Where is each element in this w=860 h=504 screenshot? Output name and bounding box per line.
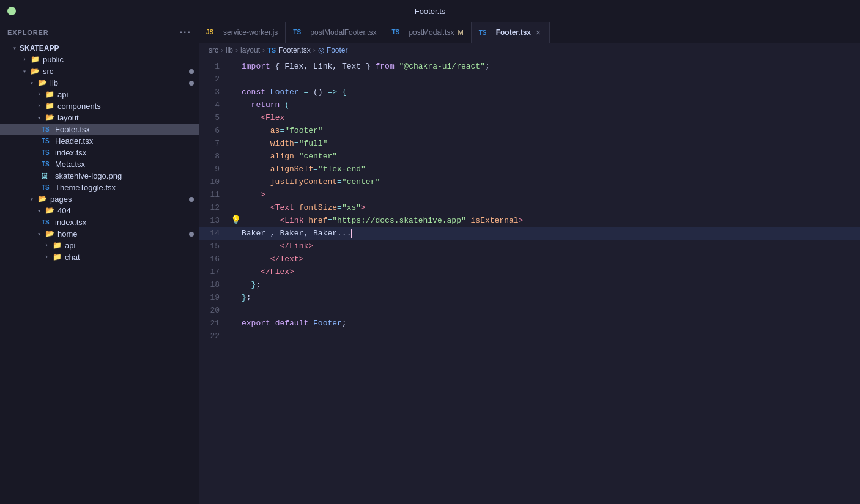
sidebar-item-logo[interactable]: 🖼 skatehive-logo.png bbox=[0, 170, 199, 182]
chevron-right-icon: › bbox=[34, 103, 44, 109]
sidebar-item-header[interactable]: TS Header.tsx bbox=[0, 135, 199, 147]
line-content-13: <Link href="https://docs.skatehive.app" … bbox=[242, 214, 860, 227]
code-editor[interactable]: 1 import { Flex, Link, Text } from "@cha… bbox=[199, 57, 860, 504]
chevron-down-icon: ▾ bbox=[34, 207, 44, 215]
sidebar-item-meta[interactable]: TS Meta.tsx bbox=[0, 158, 199, 170]
folder-open-icon: 📂 bbox=[44, 229, 55, 239]
line-num-12: 12 bbox=[199, 201, 229, 214]
sidebar-item-footer[interactable]: TS Footer.tsx bbox=[0, 124, 199, 135]
breadcrumb-footer: Footer bbox=[327, 46, 348, 54]
tab-footer[interactable]: TS Footer.tsx × bbox=[472, 22, 550, 43]
line-num-13: 13 bbox=[199, 214, 229, 227]
line-num-8: 8 bbox=[199, 150, 229, 163]
code-line-12: 12 <Text fontSize="xs"> bbox=[199, 201, 860, 214]
code-line-5: 5 <Flex bbox=[199, 111, 860, 124]
folder-open-icon: 📂 bbox=[29, 67, 40, 76]
tab-post-modal[interactable]: TS postModal.tsx M bbox=[384, 22, 471, 43]
folder-icon: 📁 bbox=[29, 55, 40, 64]
sidebar-item-layout[interactable]: ▾ 📂 layout bbox=[0, 112, 199, 124]
traffic-light[interactable] bbox=[7, 7, 16, 15]
line-content-15: </Link> bbox=[242, 240, 860, 253]
line-num-20: 20 bbox=[199, 304, 229, 317]
line-num-14: 14 bbox=[199, 227, 229, 240]
code-line-6: 6 as="footer" bbox=[199, 124, 860, 137]
sidebar-item-home[interactable]: ▾ 📂 home bbox=[0, 228, 199, 240]
sidebar-item-components[interactable]: › 📁 components bbox=[0, 100, 199, 112]
sidebar-label-logo: skatehive-logo.png bbox=[55, 171, 199, 180]
sidebar-item-src[interactable]: ▾ 📂 src bbox=[0, 65, 199, 77]
chevron-right-icon: › bbox=[42, 242, 51, 249]
line-content-8: align="center" bbox=[242, 150, 860, 163]
sidebar-item-index[interactable]: TS index.tsx bbox=[0, 147, 199, 158]
folder-icon: 📁 bbox=[51, 241, 62, 250]
breadcrumb-src: src bbox=[209, 46, 218, 54]
modified-dot bbox=[189, 81, 194, 86]
line-num-7: 7 bbox=[199, 137, 229, 150]
sidebar-label-pages: pages bbox=[50, 195, 189, 204]
folder-open-icon: 📂 bbox=[44, 206, 55, 215]
ts-icon: TS bbox=[42, 149, 53, 156]
tab-post-modal-footer[interactable]: TS postModalFooter.tsx bbox=[286, 22, 384, 43]
folder-icon: 📁 bbox=[51, 253, 62, 262]
line-num-6: 6 bbox=[199, 124, 229, 137]
chevron-down-icon: ▾ bbox=[34, 114, 44, 122]
sidebar-item-public[interactable]: › 📁 public bbox=[0, 54, 199, 65]
tab-label-postmodalfooter: postModalFooter.tsx bbox=[310, 28, 376, 37]
line-num-19: 19 bbox=[199, 291, 229, 304]
sidebar-label-public: public bbox=[43, 55, 199, 64]
sidebar-item-lib[interactable]: ▾ 📂 lib bbox=[0, 77, 199, 89]
text-cursor bbox=[351, 229, 352, 238]
code-line-13: 13 💡 <Link href="https://docs.skatehive.… bbox=[199, 214, 860, 227]
code-line-14: 14 Baker , Baker, Baker... bbox=[199, 227, 860, 240]
lightbulb-icon: 💡 bbox=[229, 214, 242, 227]
breadcrumb-sep-2: › bbox=[235, 46, 238, 54]
sidebar-label-lib: lib bbox=[50, 78, 189, 87]
sidebar-label-components: components bbox=[57, 102, 199, 111]
line-content-7: width="full" bbox=[242, 137, 860, 150]
sidebar-item-404[interactable]: ▾ 📂 404 bbox=[0, 205, 199, 217]
modified-dot bbox=[189, 232, 194, 237]
breadcrumb-ts-badge: TS bbox=[267, 46, 276, 54]
code-line-20: 20 bbox=[199, 304, 860, 317]
close-icon[interactable]: × bbox=[535, 28, 542, 37]
sidebar-label-home-api: api bbox=[65, 241, 199, 250]
folder-icon: 📁 bbox=[44, 90, 55, 99]
line-num-15: 15 bbox=[199, 240, 229, 253]
line-content-1: import { Flex, Link, Text } from "@chakr… bbox=[242, 60, 860, 73]
tab-service-worker[interactable]: JS service-worker.js bbox=[199, 22, 286, 43]
line-content-3: const Footer = () => { bbox=[242, 86, 860, 98]
sidebar-item-chat[interactable]: › 📁 chat bbox=[0, 251, 199, 263]
line-num-21: 21 bbox=[199, 317, 229, 330]
folder-icon: 📁 bbox=[44, 102, 55, 111]
sidebar-label-headertsx: Header.tsx bbox=[55, 136, 199, 146]
sidebar-item-themetoggle[interactable]: TS ThemeToggle.tsx bbox=[0, 182, 199, 193]
chevron-down-icon: ▾ bbox=[20, 68, 29, 75]
modified-badge: M bbox=[458, 29, 463, 36]
folder-open-icon: 📂 bbox=[37, 78, 48, 87]
breadcrumb-layout: layout bbox=[240, 46, 260, 54]
sidebar-item-skateapp[interactable]: ▾ SKATEAPP bbox=[0, 43, 199, 54]
chevron-down-icon: ▾ bbox=[27, 196, 37, 203]
sidebar-item-404-index[interactable]: TS index.tsx bbox=[0, 217, 199, 228]
line-num-5: 5 bbox=[199, 111, 229, 124]
sidebar-item-home-api[interactable]: › 📁 api bbox=[0, 240, 199, 251]
code-line-1: 1 import { Flex, Link, Text } from "@cha… bbox=[199, 60, 860, 73]
chevron-right-icon: › bbox=[42, 254, 51, 261]
ts-icon: TS bbox=[42, 126, 53, 133]
chevron-down-icon: ▾ bbox=[34, 231, 44, 238]
line-content-16: </Text> bbox=[242, 253, 860, 265]
code-line-9: 9 alignSelf="flex-end" bbox=[199, 163, 860, 176]
line-content-19: }; bbox=[242, 291, 860, 304]
ts-icon: TS bbox=[293, 29, 304, 35]
sidebar-label-footer: Footer.tsx bbox=[55, 125, 199, 134]
sidebar-item-pages[interactable]: ▾ 📂 pages bbox=[0, 193, 199, 205]
sidebar-options-button[interactable]: ··· bbox=[180, 27, 191, 38]
line-num-2: 2 bbox=[199, 73, 229, 86]
code-line-4: 4 return ( bbox=[199, 98, 860, 111]
line-content-5: <Flex bbox=[242, 111, 860, 124]
sidebar-item-api[interactable]: › 📁 api bbox=[0, 89, 199, 100]
breadcrumb-footertsx: Footer.tsx bbox=[278, 46, 311, 54]
chevron-right-icon: › bbox=[34, 91, 44, 98]
image-icon: 🖼 bbox=[42, 172, 53, 180]
code-line-8: 8 align="center" bbox=[199, 150, 860, 163]
